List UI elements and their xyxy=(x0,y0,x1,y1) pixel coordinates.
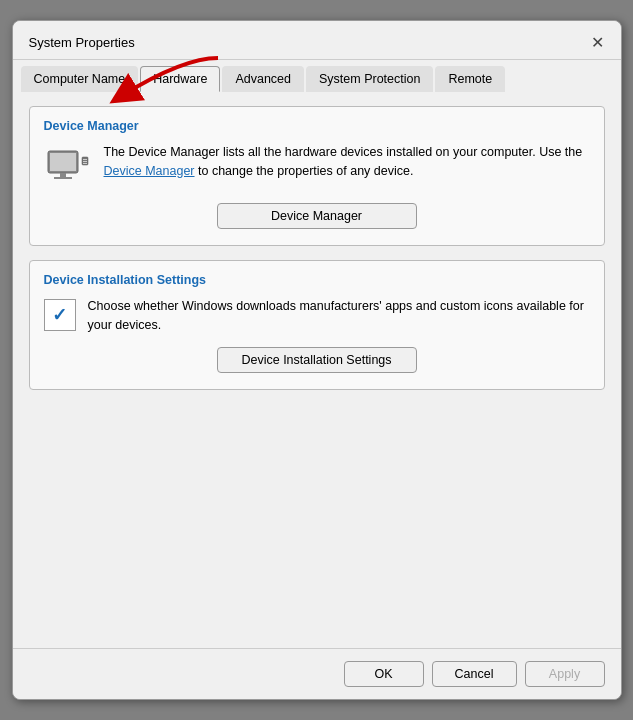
system-properties-window: System Properties ✕ Computer Name Hardwa… xyxy=(12,20,622,700)
tab-remote[interactable]: Remote xyxy=(435,66,505,92)
device-manager-inner: The Device Manager lists all the hardwar… xyxy=(44,143,590,191)
apply-button[interactable]: Apply xyxy=(525,661,605,687)
svg-rect-8 xyxy=(83,163,87,164)
device-installation-button[interactable]: Device Installation Settings xyxy=(217,347,417,373)
device-installation-title: Device Installation Settings xyxy=(44,273,590,287)
bottom-bar: OK Cancel Apply xyxy=(13,648,621,699)
device-installation-inner: ✓ Choose whether Windows downloads manuf… xyxy=(44,297,590,335)
close-button[interactable]: ✕ xyxy=(587,31,609,53)
tab-computer-name[interactable]: Computer Name xyxy=(21,66,139,92)
device-manager-icon xyxy=(44,143,92,191)
device-manager-button[interactable]: Device Manager xyxy=(217,203,417,229)
device-installation-description: Choose whether Windows downloads manufac… xyxy=(88,297,590,335)
tab-content-hardware: Device Manager The Device Manager lists … xyxy=(13,92,621,648)
device-installation-checkbox[interactable]: ✓ xyxy=(44,299,76,331)
device-manager-section: Device Manager The Device Manager lists … xyxy=(29,106,605,246)
svg-rect-2 xyxy=(50,153,76,171)
svg-rect-6 xyxy=(83,159,87,160)
device-manager-title: Device Manager xyxy=(44,119,590,133)
device-manager-btn-row: Device Manager xyxy=(44,203,590,229)
tab-bar: Computer Name Hardware Advanced System P… xyxy=(13,60,621,92)
device-manager-description: The Device Manager lists all the hardwar… xyxy=(104,143,590,181)
checkmark-icon: ✓ xyxy=(52,304,67,326)
title-bar: System Properties ✕ xyxy=(13,21,621,60)
svg-rect-7 xyxy=(83,161,87,162)
window-title: System Properties xyxy=(29,35,135,50)
ok-button[interactable]: OK xyxy=(344,661,424,687)
tab-hardware[interactable]: Hardware xyxy=(140,66,220,92)
svg-rect-3 xyxy=(60,173,66,177)
tab-advanced[interactable]: Advanced xyxy=(222,66,304,92)
cancel-button[interactable]: Cancel xyxy=(432,661,517,687)
svg-rect-4 xyxy=(54,177,72,179)
device-installation-section: Device Installation Settings ✓ Choose wh… xyxy=(29,260,605,390)
device-installation-btn-row: Device Installation Settings xyxy=(44,347,590,373)
tab-system-protection[interactable]: System Protection xyxy=(306,66,433,92)
device-manager-link[interactable]: Device Manager xyxy=(104,164,195,178)
